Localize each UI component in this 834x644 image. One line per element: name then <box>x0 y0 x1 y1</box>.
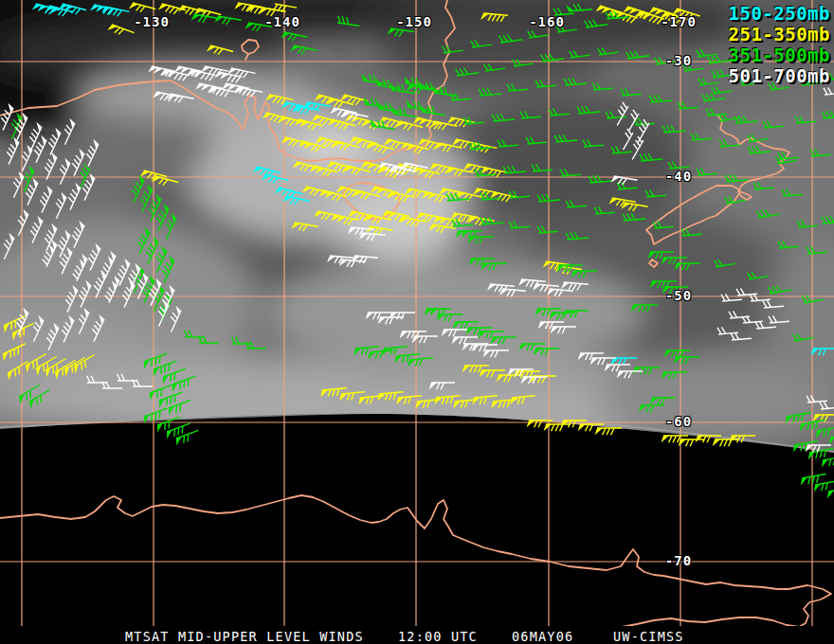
caption-source: UW-CIMSS <box>613 629 684 644</box>
longitude-label: -170 <box>661 14 697 29</box>
caption-date: 06MAY06 <box>512 629 573 644</box>
wind-barb <box>544 424 571 431</box>
legend-item: 351-500mb <box>729 45 830 65</box>
wind-barb <box>176 430 199 445</box>
wind-barb <box>827 488 834 499</box>
legend-item: 251-350mb <box>729 24 830 45</box>
satellite-imagery <box>0 0 834 453</box>
caption-time: 12:00 UTC <box>398 629 478 644</box>
latitude-label: -50 <box>665 288 692 303</box>
wind-barb <box>167 423 190 439</box>
longitude-label: -150 <box>396 14 432 29</box>
satellite-wind-map: -130-140-150-160-170-30-40-50-60-70 150-… <box>0 0 834 644</box>
latitude-label: -70 <box>665 553 692 568</box>
legend-item: 501-700mb <box>729 65 830 86</box>
longitude-label: -160 <box>529 14 565 29</box>
latitude-label: -40 <box>665 169 692 184</box>
wind-barb <box>822 456 834 468</box>
legend-item: 150-250mb <box>729 3 830 24</box>
caption-product: MTSAT MID-UPPER LEVEL WINDS <box>125 629 364 644</box>
wind-barb <box>679 439 704 446</box>
map-canvas <box>0 0 834 644</box>
latitude-label: -60 <box>665 414 692 429</box>
pressure-level-legend: 150-250mb251-350mb351-500mb501-700mb <box>729 3 830 86</box>
longitude-label: -140 <box>264 14 300 29</box>
longitude-label: -130 <box>134 14 170 29</box>
wind-barb <box>713 439 739 446</box>
wind-barb <box>595 428 622 435</box>
latitude-label: -30 <box>665 53 692 68</box>
